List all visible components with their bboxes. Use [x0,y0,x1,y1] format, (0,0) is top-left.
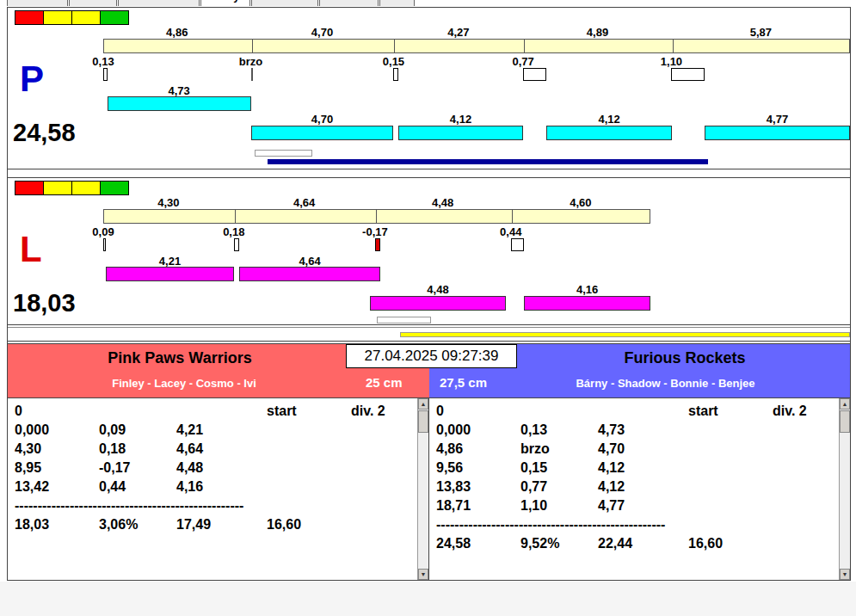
dog-run-label: 4,16 [562,283,613,296]
change-time-marker [671,68,705,81]
table-cell: 0,000 [436,422,471,438]
teams-section: Pink Paws Warriors Finley - Lacey - Cosm… [8,343,850,580]
scroll-down-button[interactable]: ▼ [840,569,850,580]
status-light [71,181,101,195]
table-cell: 4,12 [598,460,625,476]
dog-run-bar [524,296,650,311]
dog-run-bar [398,126,523,140]
tab-dru-stva[interactable]: Družstva [251,0,319,6]
table-cell: 0,15 [520,460,547,476]
dog-run-bar [251,126,394,140]
table-cell: 4,77 [598,498,625,514]
status-light [43,181,72,195]
table-cell: 4,73 [598,422,625,438]
app-frame: P24,584,864,704,274,895,870,13brzo0,150,… [7,7,851,581]
dog-run-bar [705,126,849,140]
team-left-table-scrollbar[interactable]: ▲ ▼ [417,398,428,580]
table-cell: 13,42 [15,479,49,495]
table-cell: start [688,403,718,419]
table-cell: 0,77 [520,479,547,495]
team-right-table-scrollbar[interactable]: ▲ ▼ [839,398,850,580]
scroll-down-icon: ▼ [842,571,848,577]
scroll-down-button[interactable]: ▼ [418,569,428,580]
table-row: 4,300,184,64 [8,441,417,460]
split-time-label: 4,60 [555,196,607,209]
table-cell: 0 [436,403,444,419]
change-time-marker [523,68,546,81]
table-cell: 13,83 [436,479,471,495]
table-row: 24,589,52%22,4416,60 [429,536,839,555]
table-cell: 18,03 [15,517,49,533]
table-cell: ----------------------------------------… [15,498,243,514]
tab-bar: RozběhČidlaKombi GrafGrafyDružstvaKR / 0… [7,0,851,7]
table-row: 0,0000,094,21 [8,422,417,441]
table-cell: 22,44 [598,536,632,551]
change-time-marker [234,238,239,251]
blue-progress-bar [268,159,708,164]
change-time-label: 0,77 [497,55,549,68]
team-left-jump-height: 25 cm [366,371,403,395]
split-segment [376,210,512,223]
change-time-label: 0,13 [77,55,129,68]
change-time-marker [375,238,380,251]
scroll-up-button[interactable]: ▲ [840,398,850,410]
split-time-label: 4,30 [143,196,194,209]
change-time-marker [511,238,525,251]
table-cell: 9,56 [436,460,463,476]
change-time-label: -0,17 [349,225,401,238]
table-cell: 8,95 [15,460,41,476]
table-cell: 4,86 [436,441,463,457]
tab--idla[interactable]: Čidla [69,0,117,6]
team-right-table-content[interactable]: 0startdiv. 20,0000,134,734,86brzo4,709,5… [429,398,839,580]
team-left-members: Finley - Lacey - Cosmo - Ivi [8,373,360,395]
split-time-label: 4,70 [297,26,348,39]
table-row: 13,830,774,12 [429,479,839,498]
scrollbar-thumb[interactable] [840,410,850,433]
table-row: 9,560,154,12 [429,460,839,479]
dog-run-label: 4,48 [412,283,464,296]
team-right-results-table: 0startdiv. 20,0000,134,734,86brzo4,709,5… [429,398,850,580]
scroll-up-icon: ▲ [842,401,848,407]
table-row: 18,711,104,77 [429,498,839,517]
split-segment [512,210,651,223]
split-segment [235,210,376,223]
split-segment [104,40,252,52]
split-time-label: 4,27 [433,26,484,39]
yellow-progress-bar [400,332,850,337]
table-cell: div. 2 [773,403,807,419]
split-time-label: 4,89 [572,26,624,39]
tab-dl[interactable]: DL [379,0,415,6]
team-left-table-content[interactable]: 0startdiv. 20,0000,094,214,300,184,648,9… [8,398,417,580]
table-row: 0startdiv. 2 [8,403,417,422]
total-time: 18,03 [13,291,76,316]
scroll-up-icon: ▲ [421,401,427,407]
dog-run-label: 4,12 [583,113,635,126]
team-left-name: Pink Paws Warriors [8,346,352,370]
change-time-marker [393,68,397,81]
table-cell: 4,70 [598,441,625,457]
table-row: 13,420,444,16 [8,479,417,498]
scroll-up-button[interactable]: ▲ [418,398,428,410]
tab-kombi-graf[interactable]: Kombi Graf [118,0,200,6]
table-row: 18,033,06%17,4916,60 [8,517,417,536]
split-time-bar [103,39,850,53]
table-row: 0startdiv. 2 [429,403,839,422]
table-cell: brzo [520,441,550,457]
table-row: ----------------------------------------… [8,498,417,517]
status-lights [15,181,128,195]
tab-kr-04[interactable]: KR / 04 [319,0,378,6]
change-time-label: 0,15 [367,55,419,68]
bottom-progress-strip [8,327,850,342]
tab-rozb-h[interactable]: Rozběh [7,0,68,6]
results-tables: 0startdiv. 20,0000,094,214,300,184,648,9… [8,397,850,580]
table-row: ----------------------------------------… [429,517,839,536]
tab-grafy[interactable]: Grafy [200,0,250,6]
table-cell: 4,48 [176,460,203,476]
table-cell: -0,17 [99,460,130,476]
scrollbar-thumb[interactable] [418,410,428,433]
table-cell: 4,12 [598,479,625,495]
desktop-background [0,582,856,616]
table-cell: 0,44 [99,479,126,495]
datetime-display: 27.04.2025 09:27:39 [346,344,517,368]
app-window: RozběhČidlaKombi GrafGrafyDružstvaKR / 0… [0,0,856,616]
